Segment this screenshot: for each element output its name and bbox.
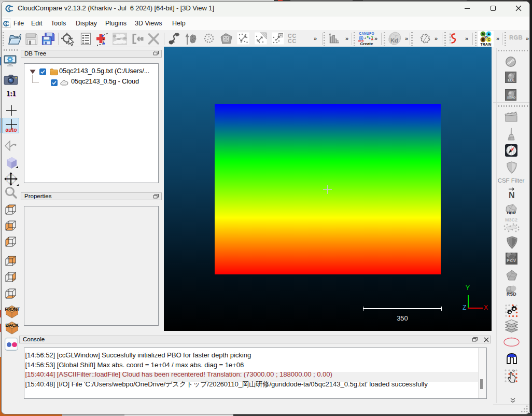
svg-text:N: N xyxy=(509,191,515,199)
svg-text:C: C xyxy=(488,38,491,41)
svg-text:3D: 3D xyxy=(484,36,488,39)
svg-text:Kd: Kd xyxy=(390,37,398,44)
svg-text:A: A xyxy=(488,32,491,36)
